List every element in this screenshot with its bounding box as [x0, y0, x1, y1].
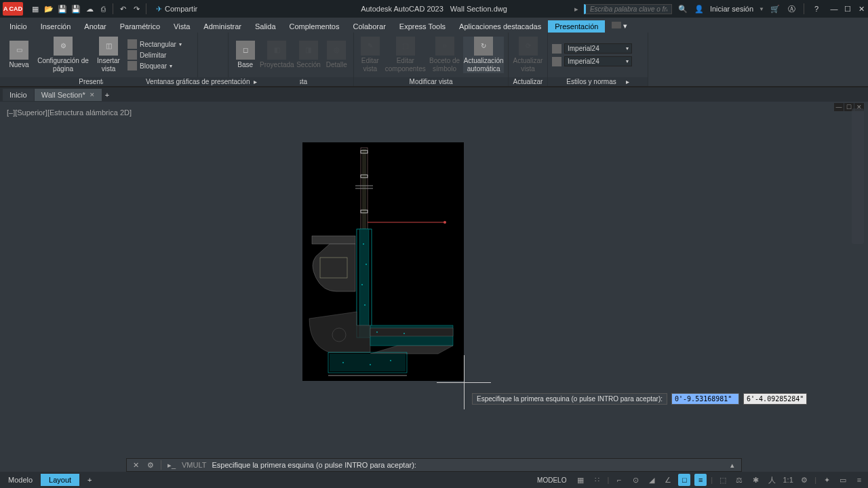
maximize-button[interactable]: ☐ — [841, 2, 854, 16]
app-title: Autodesk AutoCAD 2023 — [361, 5, 443, 13]
add-layout-button[interactable]: + — [79, 474, 100, 486]
rectangular-button[interactable]: Rectangular▾ — [127, 39, 182, 49]
qat-plot-icon[interactable]: ⎙ — [98, 3, 108, 14]
layout-tab[interactable]: Layout — [41, 474, 79, 486]
panel-title-actualizar: Actualizar — [509, 77, 547, 86]
style2-value: Imperial24 — [568, 58, 599, 65]
qat-separator — [113, 3, 113, 14]
svg-rect-12 — [312, 236, 355, 244]
clip-button[interactable]: Delimitar — [127, 50, 182, 60]
cmd-prompt-icon: ▸_ — [167, 460, 176, 470]
search-input[interactable] — [584, 4, 672, 14]
help-icon[interactable]: ? — [811, 3, 822, 14]
vp-minimize-icon[interactable]: — — [834, 103, 844, 111]
cart-icon[interactable]: 🛒 — [770, 3, 781, 14]
drawing-area[interactable]: — ☐ ✕ [–][Superior][Estructura alámbrica… — [3, 102, 865, 454]
new-tab-button[interactable]: + — [102, 89, 116, 101]
gear-icon[interactable]: ⚙ — [798, 474, 810, 486]
menu-tab-inserción[interactable]: Inserción — [34, 20, 78, 33]
menu-tab-inicio[interactable]: Inicio — [3, 20, 34, 33]
minimize-button[interactable]: — — [827, 2, 841, 16]
file-tab-wall-label: Wall Section* — [41, 91, 85, 99]
menu-tab-colaborar[interactable]: Colaborar — [347, 20, 393, 33]
style1-select[interactable]: Imperial24▾ — [564, 43, 632, 54]
anno-auto-icon[interactable]: 人 — [766, 474, 778, 486]
anno-scale-icon[interactable]: ⚖ — [733, 474, 745, 486]
snap-icon[interactable]: ∷ — [591, 474, 603, 486]
search-arrow-icon[interactable]: ▸ — [574, 5, 578, 14]
close-button[interactable]: ✕ — [854, 2, 868, 16]
menu-tab-aplicaciones-destacadas[interactable]: Aplicaciones destacadas — [452, 20, 548, 33]
svg-rect-2 — [362, 149, 366, 235]
chevron-down-icon: ▾ — [626, 58, 629, 64]
workspace-icon[interactable]: ✦ — [821, 474, 833, 486]
style2-select[interactable]: Imperial24▾ — [564, 56, 632, 66]
menu-tab-salida[interactable]: Salida — [248, 20, 283, 33]
svg-point-24 — [376, 331, 378, 333]
iso-icon[interactable]: ◢ — [646, 474, 658, 486]
cmd-close-icon[interactable]: ✕ — [131, 460, 140, 470]
grid-icon[interactable]: ▦ — [574, 474, 587, 486]
anno-vis-icon[interactable]: ✱ — [749, 474, 762, 486]
polar-icon[interactable]: ⊙ — [629, 474, 642, 486]
qat-undo-icon[interactable]: ↶ — [117, 3, 128, 14]
qat-open-icon[interactable]: 📂 — [43, 3, 54, 14]
menu-tab-complementos[interactable]: Complementos — [283, 20, 347, 33]
custom-icon[interactable]: ≡ — [853, 474, 865, 486]
projected-button: ◧Proyectada — [260, 41, 293, 69]
menu-tab-presentación[interactable]: Presentación — [548, 20, 605, 33]
clean-icon[interactable]: ▭ — [837, 474, 849, 486]
osnap-track-icon[interactable]: ∠ — [662, 474, 674, 486]
auto-update-button[interactable]: ↻Actualización automática — [463, 37, 504, 73]
style2-icon — [552, 57, 561, 66]
qat-redo-icon[interactable]: ↷ — [131, 3, 142, 14]
ortho-icon[interactable]: ⌐ — [613, 474, 625, 486]
osnap-icon[interactable]: □ — [678, 474, 690, 486]
qat-new-icon[interactable]: ▦ — [30, 3, 41, 14]
svg-point-26 — [342, 362, 344, 363]
insert-view-button[interactable]: ◫ Insertar vista — [92, 37, 125, 73]
menu-tab-express-tools[interactable]: Express Tools — [393, 20, 452, 33]
account-icon[interactable]: 👤 — [694, 3, 705, 14]
menu-tab-vista[interactable]: Vista — [167, 20, 197, 33]
cmd-config-icon[interactable]: ⚙ — [146, 460, 155, 470]
dyn-y-input[interactable]: 6'-4.09285284" — [743, 393, 807, 405]
qat-save-icon[interactable]: 💾 — [57, 3, 68, 14]
base-icon: ◻ — [236, 41, 255, 60]
app-store-icon[interactable]: Ⓐ — [786, 3, 797, 14]
page-setup-button[interactable]: ⚙ Configuración de página — [37, 37, 90, 73]
base-button[interactable]: ◻Base — [233, 41, 258, 69]
search-icon[interactable]: 🔍 — [677, 3, 688, 14]
file-tab-wall[interactable]: Wall Section*✕ — [35, 89, 102, 101]
file-tab-inicio[interactable]: Inicio — [3, 89, 34, 101]
menu-tab-anotar[interactable]: Anotar — [77, 20, 113, 33]
model-tab[interactable]: Modelo — [0, 474, 41, 486]
projected-icon: ◧ — [267, 41, 286, 60]
menu-tab-paramétrico[interactable]: Paramétrico — [113, 20, 167, 33]
new-layout-button[interactable]: ▭ Nueva — [4, 41, 34, 69]
share-button[interactable]: ✈ Compartir — [156, 5, 197, 14]
command-line[interactable]: ✕ ⚙ ▸_ VMULT Especifique la primera esqu… — [126, 458, 742, 472]
lwt-icon[interactable]: ≡ — [694, 474, 707, 486]
cmd-expand-icon[interactable]: ▴ — [728, 460, 737, 470]
login-dropdown-icon[interactable]: ▼ — [759, 6, 764, 12]
svg-point-23 — [364, 304, 366, 306]
dyn-x-input[interactable]: 0'-9.53168981" — [671, 393, 739, 405]
scale-label[interactable]: 1:1 — [782, 474, 794, 486]
sketch-button: ○Boceto de símbolo — [429, 37, 461, 73]
login-label[interactable]: Iniciar sesión — [710, 5, 753, 13]
qat-saveas-icon[interactable]: 💾 — [71, 3, 81, 14]
menu-tab-administrar[interactable]: Administrar — [197, 20, 248, 33]
menu-extra-button[interactable]: ▾ — [605, 20, 634, 33]
app-logo[interactable]: A CAD — [3, 2, 23, 16]
sel-cycle-icon[interactable]: ⬚ — [717, 474, 729, 486]
qat-web-icon[interactable]: ☁ — [84, 3, 95, 14]
drawing-canvas[interactable] — [302, 142, 464, 381]
new-layout-label: Nueva — [9, 61, 29, 69]
nav-bar[interactable] — [852, 108, 864, 244]
model-space-label[interactable]: MODELO — [537, 476, 566, 484]
lock-button[interactable]: Bloquear▾ — [127, 61, 182, 70]
update-view-label: Actualizar vista — [513, 57, 543, 73]
close-tab-icon[interactable]: ✕ — [90, 92, 95, 98]
viewport-label[interactable]: [–][Superior][Estructura alámbrica 2D] — [7, 108, 132, 117]
